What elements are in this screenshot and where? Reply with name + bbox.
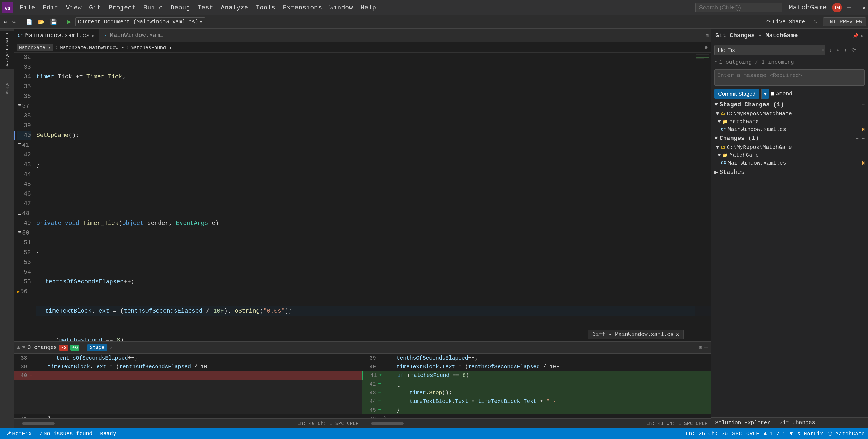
diff-settings-icon[interactable]: ⚙ bbox=[699, 344, 702, 351]
changes-section-title: Changes (1) bbox=[719, 135, 759, 142]
changes-section-header[interactable]: ▼ Changes (1) + ⋯ bbox=[711, 134, 868, 143]
tab-close-mainwindow-cs[interactable]: ✕ bbox=[92, 33, 95, 38]
menu-debug[interactable]: Debug bbox=[167, 3, 193, 12]
save-btn[interactable]: 💾 bbox=[49, 18, 59, 26]
staged-repo-path: C:\MyRepos\MatchGame bbox=[727, 111, 792, 117]
stashes-row[interactable]: ▶ Stashes bbox=[711, 167, 868, 178]
git-fetch-icon[interactable]: ↓ bbox=[828, 46, 833, 54]
staged-more-icon[interactable]: ⋯ bbox=[862, 102, 865, 108]
changes-file-item[interactable]: C# MainWindow.xaml.cs M bbox=[711, 159, 868, 167]
window-controls: ─ □ ✕ bbox=[847, 4, 866, 11]
user-avatar[interactable]: TG bbox=[832, 3, 842, 12]
git-message-input[interactable] bbox=[714, 69, 865, 86]
split-editor-icon[interactable]: ⊞ bbox=[706, 33, 709, 38]
status-crlf[interactable]: CRLF bbox=[746, 431, 759, 437]
menu-view[interactable]: View bbox=[63, 3, 85, 12]
tab-mainwindow-xaml[interactable]: ⋮ MainWindow.xaml bbox=[99, 29, 168, 42]
add-file-icon[interactable]: ⊕ bbox=[705, 45, 708, 51]
changes-add-icon[interactable]: + bbox=[856, 136, 859, 141]
diff-stage-btn[interactable]: Stage bbox=[87, 344, 107, 351]
run-target-dropdown[interactable]: Current Document (MainWindow.xaml.cs) ▾ bbox=[75, 17, 205, 26]
menu-test[interactable]: Test bbox=[194, 3, 217, 12]
changes-folder-expand-icon[interactable]: ▼ bbox=[718, 152, 721, 158]
server-explorer-icon[interactable]: Server Explorer bbox=[0, 31, 13, 69]
tab-mainwindow-xaml-cs[interactable]: C# MainWindow.xaml.cs ✕ bbox=[13, 29, 99, 42]
git-pull-icon[interactable]: ⬇ bbox=[835, 46, 841, 55]
menu-search-input[interactable] bbox=[695, 3, 782, 12]
menu-project[interactable]: Project bbox=[105, 3, 139, 12]
diff-left-pane[interactable]: 38 tenthsOfSecondsElapsed++; 39 timeText… bbox=[13, 354, 363, 418]
menu-build[interactable]: Build bbox=[140, 3, 166, 12]
diff-right-pane[interactable]: 39 tenthsOfSecondsElapsed++; 40 timeText… bbox=[363, 354, 711, 418]
amend-checkbox[interactable] bbox=[771, 92, 774, 96]
code-content[interactable]: timer.Tick += Timer_Tick; SetUpGame(); }… bbox=[34, 53, 711, 341]
status-nav: ▲ 1 / 1 ▼ bbox=[764, 431, 793, 437]
git-changes-tab[interactable]: Git Changes bbox=[775, 417, 819, 428]
redo-btn[interactable]: ↪ bbox=[11, 18, 17, 26]
diff-nav-down-icon[interactable]: ▼ bbox=[22, 344, 26, 351]
nav-arrow-up[interactable]: ▲ bbox=[764, 431, 767, 437]
feedback-btn[interactable]: ☺ bbox=[812, 18, 819, 26]
status-ln-col[interactable]: Ln: 26 Ch: 26 bbox=[686, 431, 728, 437]
changes-repo-path: C:\MyRepos\MatchGame bbox=[727, 144, 792, 150]
undo-btn[interactable]: ↩ bbox=[2, 18, 9, 26]
diff-overflow-icon[interactable]: ⋯ bbox=[704, 344, 708, 351]
breadcrumb-class[interactable]: MatchGame.MainWindow ▾ bbox=[60, 45, 124, 51]
diff-revert-icon[interactable]: ↺ bbox=[109, 345, 112, 350]
diff-title-tab[interactable]: Diff - MainWindow.xaml.cs ✕ bbox=[588, 330, 684, 339]
staged-changes-section: ▼ Staged Changes (1) — ⋯ ▼ 🗂 C:\MyRepos\… bbox=[711, 100, 868, 134]
git-push-icon[interactable]: ⬆ bbox=[843, 46, 848, 55]
menu-help[interactable]: Help bbox=[357, 3, 379, 12]
minimize-icon[interactable]: ─ bbox=[847, 4, 851, 11]
menu-extensions[interactable]: Extensions bbox=[279, 3, 325, 12]
breadcrumb-member[interactable]: matchesFound ▾ bbox=[131, 45, 172, 51]
menu-git[interactable]: Git bbox=[86, 3, 104, 12]
diff-close-icon[interactable]: ✕ bbox=[676, 331, 679, 338]
staged-folder-icon: 🗂 bbox=[721, 111, 725, 116]
diff-panel-header: ▲ ▼ 3 changes -2 +6 + Stage ↺ Diff - Mai… bbox=[13, 342, 711, 354]
close-icon[interactable]: ✕ bbox=[863, 4, 866, 11]
staged-minus-icon[interactable]: — bbox=[856, 102, 859, 108]
int-preview-btn[interactable]: INT PREVIEW bbox=[823, 17, 866, 26]
menu-window[interactable]: Window bbox=[326, 3, 356, 12]
changes-more-icon[interactable]: ⋯ bbox=[862, 136, 865, 142]
status-git-label[interactable]: ⌥ HotFix bbox=[797, 430, 823, 437]
commit-dropdown-btn[interactable]: ▾ bbox=[762, 89, 769, 99]
maximize-icon[interactable]: □ bbox=[855, 4, 858, 11]
new-file-btn[interactable]: 📄 bbox=[24, 18, 34, 26]
changes-section: ▼ Changes (1) + ⋯ ▼ 🗂 C:\MyRepos\MatchGa… bbox=[711, 134, 868, 167]
branch-select[interactable]: HotFix bbox=[714, 45, 826, 55]
staged-file-item[interactable]: C# MainWindow.xaml.cs M bbox=[711, 125, 868, 134]
menu-edit[interactable]: Edit bbox=[39, 3, 62, 12]
menu-analyze[interactable]: Analyze bbox=[218, 3, 252, 12]
git-panel-close-icon[interactable]: ✕ bbox=[861, 33, 864, 39]
app-logo[interactable]: VS bbox=[2, 2, 13, 13]
run-btn[interactable]: ▶ bbox=[65, 17, 73, 27]
svg-text:VS: VS bbox=[5, 6, 10, 11]
open-btn[interactable]: 📂 bbox=[36, 18, 46, 26]
toolbox-icon[interactable]: Toolbox bbox=[0, 76, 13, 96]
menu-file[interactable]: File bbox=[16, 3, 38, 12]
status-git-branch[interactable]: ⎇ HotFix bbox=[3, 430, 33, 438]
status-spc[interactable]: SPC bbox=[732, 431, 742, 437]
staged-section-header[interactable]: ▼ Staged Changes (1) — ⋯ bbox=[711, 100, 868, 110]
breadcrumb-dropdown1[interactable]: MatchGame ▾ bbox=[17, 44, 53, 51]
status-no-issues[interactable]: ✓ No issues found bbox=[38, 430, 94, 438]
staged-folder-expand-icon[interactable]: ▼ bbox=[718, 118, 721, 125]
git-sync-icon[interactable]: ⟳ bbox=[850, 46, 857, 55]
changes-repo-expand-icon[interactable]: ▼ bbox=[716, 144, 719, 150]
code-scroll-area[interactable]: 32 33 34 35 36 ⊟37 38 39 40 ⊟41 42 43 44… bbox=[13, 53, 711, 341]
minimap bbox=[694, 53, 711, 341]
git-more-icon[interactable]: ⋯ bbox=[859, 46, 865, 55]
changes-cs-icon: C# bbox=[721, 161, 726, 166]
solution-explorer-tab[interactable]: Solution Explorer bbox=[711, 417, 775, 428]
commit-staged-btn[interactable]: Commit Staged bbox=[714, 89, 759, 99]
status-issues-label: No issues found bbox=[44, 431, 92, 437]
nav-arrow-down[interactable]: ▼ bbox=[790, 431, 793, 437]
git-panel-pin-icon[interactable]: 📌 bbox=[852, 33, 859, 39]
staged-repo-expand-icon[interactable]: ▼ bbox=[716, 111, 719, 117]
live-share-btn[interactable]: ⟳ Live Share bbox=[764, 17, 808, 26]
code-line-35: } bbox=[36, 160, 711, 170]
diff-nav-up-icon[interactable]: ▲ bbox=[17, 344, 20, 351]
menu-tools[interactable]: Tools bbox=[252, 3, 278, 12]
